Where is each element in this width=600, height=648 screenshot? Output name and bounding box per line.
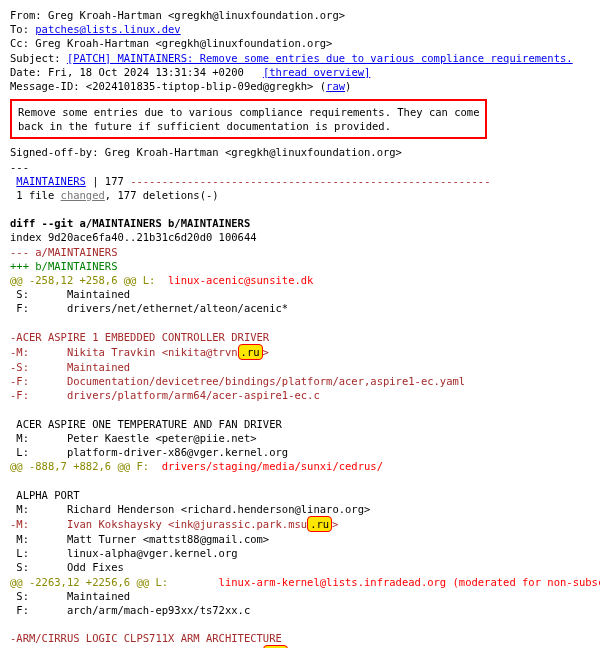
diffstat-summary: 1 file changed, 177 deletions(-) [10,188,590,202]
context-line: M: Richard Henderson <richard.henderson@… [10,502,590,516]
diffstat-file-link[interactable]: MAINTAINERS [16,175,86,187]
deleted-line: -F: drivers/platform/arm64/acer-aspire1-… [10,388,590,402]
hunk-header: @@ -2263,12 +2256,6 @@ L: linux-arm-kern… [10,575,590,589]
raw-link[interactable]: raw [326,80,345,92]
context-line: S: Odd Fixes [10,560,590,574]
message-body-text: Remove some entries due to various compl… [18,105,479,133]
context-line: S: Maintained [10,287,590,301]
context-line: M: Matt Turner <mattst88@gmail.com> [10,532,590,546]
context-line: F: drivers/net/ethernet/alteon/acenic* [10,301,590,315]
context-line: M: Peter Kaestle <peter@piie.net> [10,431,590,445]
to-line: To: patches@lists.linux.dev [10,22,590,36]
context-line: L: platform-driver-x86@vger.kernel.org [10,445,590,459]
context-line: ALPHA PORT [10,488,590,502]
context-line [10,315,590,329]
from-line: From: Greg Kroah-Hartman <gregkh@linuxfo… [10,8,590,22]
context-line [10,617,590,631]
separator: --- [10,160,590,174]
diff-file-a: --- a/MAINTAINERS [10,245,590,259]
thread-overview-link[interactable]: [thread overview] [263,66,370,78]
subject-link[interactable]: [PATCH] MAINTAINERS: Remove some entries… [67,52,573,64]
subject-line: Subject: [PATCH] MAINTAINERS: Remove som… [10,51,590,65]
to-link[interactable]: patches@lists.linux.dev [35,23,180,35]
deleted-line: -M: Ivan Kokshaysky <ink@jurassic.park.m… [10,516,590,532]
deleted-line: -ACER ASPIRE 1 EMBEDDED CONTROLLER DRIVE… [10,330,590,344]
context-line [10,402,590,416]
hunk-header: @@ -888,7 +882,6 @@ F: drivers/staging/m… [10,459,590,473]
hunk-header: @@ -258,12 +258,6 @@ L: linux-acenic@sun… [10,273,590,287]
message-body-highlight: Remove some entries due to various compl… [10,99,487,139]
cc-line: Cc: Greg Kroah-Hartman <gregkh@linuxfoun… [10,36,590,50]
context-line: F: arch/arm/mach-ep93xx/ts72xx.c [10,603,590,617]
deleted-line: -F: Documentation/devicetree/bindings/pl… [10,374,590,388]
ru-highlight: .ru [307,516,332,532]
deleted-line: -M: Nikita Travkin <nikita@trvn.ru> [10,344,590,360]
diff-hunks: @@ -258,12 +258,6 @@ L: linux-acenic@sun… [10,273,590,648]
date-line: Date: Fri, 18 Oct 2024 13:31:34 +0200 [t… [10,65,590,79]
context-line: S: Maintained [10,589,590,603]
diff-file-b: +++ b/MAINTAINERS [10,259,590,273]
deleted-line: -ARM/CIRRUS LOGIC CLPS711X ARM ARCHITECT… [10,631,590,645]
diff-cmd: diff --git a/MAINTAINERS b/MAINTAINERS [10,216,590,230]
deleted-line: -S: Maintained [10,360,590,374]
diff-index: index 9d20ace6fa40..21b31c6d20d0 100644 [10,230,590,244]
context-line: L: linux-alpha@vger.kernel.org [10,546,590,560]
ru-highlight: .ru [238,344,263,360]
context-line [10,473,590,487]
diffstat-changed-link[interactable]: changed [61,189,105,201]
msgid-line: Message-ID: <2024101835-tiptop-blip-09ed… [10,79,590,93]
signed-off-by: Signed-off-by: Greg Kroah-Hartman <gregk… [10,145,590,159]
context-line: ACER ASPIRE ONE TEMPERATURE AND FAN DRIV… [10,417,590,431]
diffstat-file: MAINTAINERS | 177 ----------------------… [10,174,590,188]
